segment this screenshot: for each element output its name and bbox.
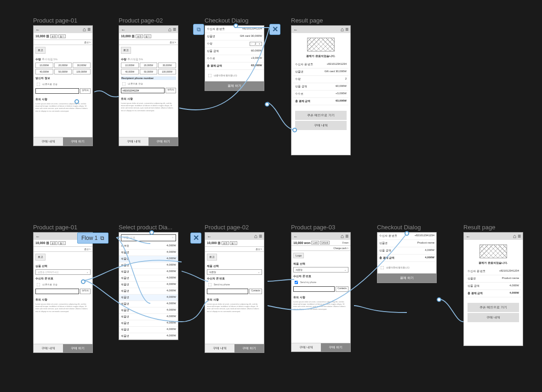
amount-button[interactable]: 40,000W: [121, 69, 139, 74]
option-row[interactable]: 옵션 >: [34, 40, 92, 45]
send-my-phone-checkbox[interactable]: [37, 83, 40, 86]
send-my-phone-checkbox[interactable]: [37, 283, 40, 287]
contacts-button[interactable]: Contacts: [249, 289, 262, 294]
coupon-main-button[interactable]: 쿠폰 메인으로 가기: [295, 111, 347, 120]
list-item[interactable]: 제품명4,000W: [119, 288, 178, 295]
close-icon[interactable]: ✕: [190, 233, 201, 244]
unlock-button[interactable]: 찾기: [230, 241, 237, 245]
buy-button[interactable]: 구매 하기: [63, 344, 92, 352]
checkout-button[interactable]: 결제 하기: [377, 273, 436, 283]
back-icon[interactable]: [293, 233, 298, 239]
amount-button[interactable]: 30,000W: [158, 62, 176, 68]
unlock-button[interactable]: 찾기: [58, 241, 66, 245]
menu-icon[interactable]: [173, 27, 176, 32]
flow-badge[interactable]: Flow 1 ⧉: [77, 233, 108, 244]
buy-button[interactable]: 구매 하기: [148, 137, 178, 146]
back-icon[interactable]: [35, 233, 40, 239]
history-button[interactable]: 구매 내역: [291, 343, 321, 352]
list-item[interactable]: 제품명4,000W: [119, 301, 178, 307]
phone-input[interactable]: [121, 88, 165, 93]
send-my-phone-checkbox[interactable]: [295, 281, 298, 284]
search-icon[interactable]: ⌕: [172, 236, 174, 240]
list-item[interactable]: 제품명4,000W: [119, 256, 178, 262]
lock-button[interactable]: 보관: [50, 34, 57, 38]
product-select-dropdown[interactable]: 제품명⌄: [293, 267, 348, 273]
contacts-button[interactable]: 연락처: [80, 88, 91, 94]
terms-checkbox[interactable]: [381, 266, 384, 270]
list-item[interactable]: 제품명4,000W: [119, 275, 178, 282]
phone-input[interactable]: [207, 289, 248, 294]
option-row[interactable]: 옵션 >: [205, 247, 264, 252]
unlock-button[interactable]: Unlock: [320, 241, 330, 244]
unlock-button[interactable]: 찾기: [58, 34, 66, 38]
buy-button[interactable]: 구매 하기: [321, 343, 350, 352]
checkout-button[interactable]: 결제 하기: [205, 81, 264, 91]
product-select-dropdown[interactable]: 제품명⌄: [207, 269, 262, 275]
buy-button[interactable]: 구매 하기: [63, 137, 92, 146]
contacts-button[interactable]: 연락처: [80, 289, 91, 294]
list-item[interactable]: 제품명4,000W: [119, 307, 178, 314]
send-my-phone-checkbox[interactable]: [208, 283, 212, 287]
list-item[interactable]: 제품명4,000W: [119, 262, 178, 269]
copy-icon[interactable]: ⧉: [193, 24, 204, 35]
menu-icon[interactable]: [87, 27, 91, 32]
back-icon[interactable]: [35, 27, 40, 32]
back-icon[interactable]: [293, 27, 298, 32]
home-icon[interactable]: [513, 233, 516, 239]
copy-icon[interactable]: ⧉: [100, 235, 104, 241]
buy-button[interactable]: 구매 하기: [234, 344, 264, 352]
terms-checkbox[interactable]: [208, 74, 212, 78]
back-icon[interactable]: [466, 233, 470, 239]
back-icon[interactable]: [207, 233, 211, 239]
list-item[interactable]: 제품명4,000W: [119, 327, 178, 333]
amount-button[interactable]: 10,000W: [35, 62, 53, 68]
list-item[interactable]: 제품명4,000W: [119, 250, 178, 256]
contacts-button[interactable]: 연락처: [165, 88, 176, 93]
charge-cash-row[interactable]: Charge cash >: [291, 246, 350, 251]
list-item[interactable]: 시크릿4,000W: [119, 243, 178, 250]
send-my-phone-checkbox[interactable]: [122, 82, 126, 86]
qty-stepper[interactable]: -2+: [250, 42, 262, 46]
lock-button[interactable]: 보관: [222, 241, 229, 245]
list-item[interactable]: 제품명4,000W: [119, 269, 178, 275]
unlock-button[interactable]: 찾기: [144, 34, 151, 38]
amount-button[interactable]: 10,000W: [121, 62, 139, 68]
menu-icon[interactable]: [259, 233, 262, 239]
amount-button[interactable]: 40,000W: [35, 69, 53, 74]
home-icon[interactable]: [254, 233, 257, 239]
amount-button[interactable]: 50,000W: [54, 69, 72, 74]
home-icon[interactable]: [341, 27, 344, 32]
menu-icon[interactable]: [345, 233, 348, 239]
phone-input[interactable]: [35, 88, 79, 94]
amount-button[interactable]: 50,000W: [140, 69, 158, 74]
list-item[interactable]: 제품명4,000W: [119, 282, 178, 288]
list-item[interactable]: 제품명4,000W: [119, 314, 178, 320]
lock-button[interactable]: Lock: [311, 241, 319, 244]
list-item[interactable]: 제품명4,000W: [119, 295, 178, 301]
menu-icon[interactable]: [518, 233, 521, 239]
home-icon[interactable]: [168, 27, 171, 32]
list-item[interactable]: 제품명4,000W: [119, 320, 178, 327]
product-select-dropdown[interactable]: 상품을 선택해주세요⌄: [35, 269, 91, 275]
history-button[interactable]: 구매 내역: [34, 344, 63, 352]
phone-input[interactable]: [35, 289, 79, 294]
search-placeholder[interactable]: 제품 검색: [123, 236, 135, 240]
option-row[interactable]: 옵션 >: [119, 40, 178, 45]
phone-input[interactable]: [293, 286, 335, 292]
history-button[interactable]: 구매 내역: [205, 344, 234, 352]
amount-button[interactable]: 20,000W: [54, 62, 72, 68]
amount-button[interactable]: 30,000W: [73, 62, 91, 68]
lock-button[interactable]: 보관: [136, 34, 143, 38]
home-icon[interactable]: [83, 27, 86, 32]
home-icon[interactable]: [341, 233, 344, 239]
list-item[interactable]: 제품명4,000W: [119, 333, 178, 340]
history-button[interactable]: 구매 내역: [34, 137, 63, 146]
history-button[interactable]: 구매 내역: [119, 137, 148, 146]
close-icon[interactable]: ✕: [269, 24, 280, 35]
back-icon[interactable]: [121, 27, 126, 32]
history-button[interactable]: 구매 내역: [295, 121, 347, 130]
amount-button[interactable]: 100,000W: [158, 69, 176, 74]
amount-button[interactable]: 100,000W: [73, 69, 91, 74]
amount-button[interactable]: 20,000W: [140, 62, 158, 68]
contacts-button[interactable]: Contacts: [336, 286, 348, 292]
